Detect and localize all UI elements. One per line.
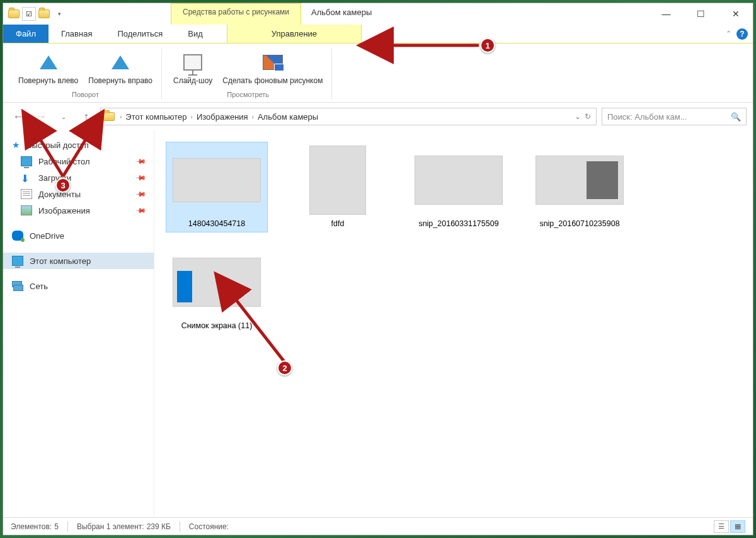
file-item[interactable]: snip_20160710235908 [529, 142, 631, 232]
details-view-button[interactable]: ☰ [714, 520, 729, 533]
file-item[interactable]: Снимок экрана (11) [166, 244, 268, 335]
documents-icon [21, 189, 32, 199]
status-items-count: 5 [54, 522, 59, 531]
back-button[interactable]: ← [9, 108, 27, 125]
downloads-icon: ⬇ [21, 173, 32, 183]
forward-button[interactable]: → [32, 108, 50, 125]
chevron-right-icon[interactable]: › [190, 113, 194, 120]
chevron-right-icon[interactable]: › [251, 113, 255, 120]
search-input[interactable]: Поиск: Альбом кам... 🔍 [602, 108, 747, 125]
file-name: Снимок экрана (11) [181, 321, 253, 331]
thumbnail-icon [415, 156, 503, 205]
pin-icon: 📌 [134, 188, 146, 200]
ribbon-collapse-icon[interactable]: ⌃ [726, 30, 731, 38]
rotate-right-icon [112, 55, 129, 69]
sidebar-onedrive[interactable]: OneDrive [3, 227, 154, 244]
refresh-icon[interactable]: ↻ [585, 112, 591, 121]
status-items-label: Элементов: [11, 522, 52, 531]
file-item[interactable]: fdfd [287, 142, 389, 232]
file-name: snip_20160710235908 [539, 219, 619, 229]
explorer-window: ☑ ▾ Средства работы с рисунками Альбом к… [3, 3, 753, 535]
properties-icon[interactable]: ☑ [22, 7, 36, 21]
folder-icon [103, 112, 115, 121]
tab-share[interactable]: Поделиться [105, 25, 175, 43]
qat-dropdown-icon[interactable]: ▾ [52, 7, 66, 21]
titlebar: ☑ ▾ Средства работы с рисунками Альбом к… [3, 3, 753, 25]
file-list[interactable]: 1480430454718 fdfd snip_20160331175509 s… [154, 130, 753, 517]
file-name: 1480430454718 [188, 219, 245, 229]
slideshow-icon [183, 54, 202, 71]
search-placeholder: Поиск: Альбом кам... [607, 112, 687, 122]
quick-access-toolbar: ☑ ▾ [3, 3, 70, 25]
wallpaper-icon [263, 55, 283, 70]
rotate-left-button[interactable]: Повернуть влево [14, 49, 82, 88]
file-name: fdfd [331, 219, 345, 229]
rotate-right-button[interactable]: Повернуть вправо [84, 49, 156, 88]
pin-icon: 📌 [134, 155, 146, 167]
ribbon-group-rotate: Повернуть влево Повернуть вправо Поворот [9, 49, 162, 100]
tab-home[interactable]: Главная [49, 25, 105, 43]
contextual-tab-header: Средства работы с рисунками [171, 3, 301, 25]
address-dropdown-icon[interactable]: ⌄ [575, 112, 581, 121]
sidebar-network[interactable]: Сеть [3, 278, 154, 294]
tab-manage[interactable]: Управление [227, 25, 362, 43]
star-icon: ★ [12, 140, 20, 150]
address-bar: ← → ⌄ ↑ › Этот компьютер › Изображения ›… [3, 103, 753, 130]
folder-icon-2[interactable] [37, 7, 51, 21]
pin-icon: 📌 [134, 171, 146, 183]
breadcrumb-bar[interactable]: › Этот компьютер › Изображения › Альбом … [100, 108, 597, 125]
thumbnail-icon [536, 156, 624, 205]
network-icon [12, 281, 23, 291]
close-button[interactable]: ✕ [718, 3, 753, 25]
navigation-pane: ★ Быстрый доступ Рабочий стол 📌 ⬇ Загруз… [3, 130, 154, 517]
thumbnail-icon [173, 258, 261, 307]
maximize-button[interactable]: ☐ [684, 3, 718, 25]
folder-icon [7, 7, 21, 21]
tab-file[interactable]: Файл [3, 25, 49, 43]
pin-icon: 📌 [134, 204, 146, 216]
rotate-left-icon [40, 55, 57, 69]
status-selected-label: Выбран 1 элемент: [77, 522, 144, 531]
onedrive-icon [12, 231, 23, 241]
set-wallpaper-button[interactable]: Сделать фоновым рисунком [219, 49, 326, 88]
desktop-icon [21, 156, 32, 166]
sidebar-quick-access[interactable]: ★ Быстрый доступ [3, 137, 154, 153]
up-button[interactable]: ↑ [77, 108, 95, 125]
minimize-button[interactable]: — [649, 3, 684, 25]
status-bar: Элементов: 5 Выбран 1 элемент: 239 КБ Со… [3, 517, 753, 535]
sidebar-downloads[interactable]: ⬇ Загрузки 📌 [3, 169, 154, 186]
pictures-icon [21, 205, 32, 215]
view-mode-buttons: ☰ ▦ [714, 520, 745, 533]
sidebar-pictures[interactable]: Изображения 📌 [3, 202, 154, 219]
chevron-right-icon[interactable]: › [118, 113, 123, 120]
this-pc-icon [12, 256, 23, 266]
thumbnail-icon [309, 146, 366, 215]
ribbon-tabs: Файл Главная Поделиться Вид Управление ⌃… [3, 25, 753, 43]
thumbnails-view-button[interactable]: ▦ [730, 520, 745, 533]
breadcrumb-item[interactable]: Этот компьютер [123, 112, 189, 122]
search-icon: 🔍 [731, 112, 741, 122]
help-icon[interactable]: ? [736, 28, 748, 40]
sidebar-documents[interactable]: Документы 📌 [3, 186, 154, 202]
tab-view[interactable]: Вид [175, 25, 215, 43]
status-selected-size: 239 КБ [147, 522, 171, 531]
recent-locations-icon[interactable]: ⌄ [55, 108, 72, 125]
sidebar-desktop[interactable]: Рабочий стол 📌 [3, 153, 154, 169]
ribbon: Повернуть влево Повернуть вправо Поворот… [3, 43, 753, 103]
ribbon-group-label: Просмотреть [227, 91, 269, 100]
ribbon-group-label: Поворот [72, 91, 99, 100]
file-name: snip_20160331175509 [418, 219, 498, 229]
file-item[interactable]: 1480430454718 [166, 142, 268, 232]
ribbon-group-view: Слайд-шоу Сделать фоновым рисунком Просм… [164, 49, 332, 100]
file-item[interactable]: snip_20160331175509 [408, 142, 510, 232]
slideshow-button[interactable]: Слайд-шоу [169, 49, 216, 88]
explorer-body: ★ Быстрый доступ Рабочий стол 📌 ⬇ Загруз… [3, 130, 753, 517]
breadcrumb-item[interactable]: Альбом камеры [255, 112, 321, 122]
sidebar-this-pc[interactable]: Этот компьютер [3, 253, 154, 269]
window-controls: — ☐ ✕ [649, 3, 753, 25]
status-state-label: Состояние: [189, 522, 229, 531]
thumbnail-icon [173, 158, 261, 202]
window-title: Альбом камеры [301, 3, 382, 25]
breadcrumb-item[interactable]: Изображения [194, 112, 251, 122]
